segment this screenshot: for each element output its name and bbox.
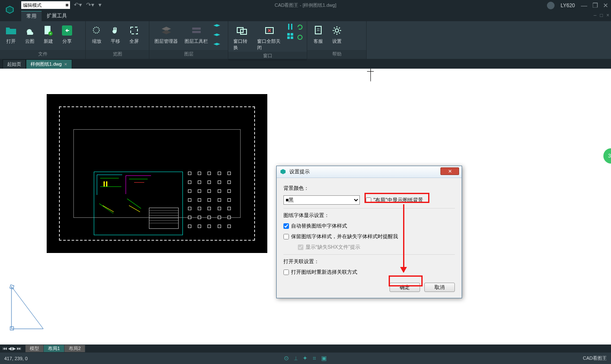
redo-icon[interactable]: ↷▾ xyxy=(86,1,94,8)
window-switch-icon xyxy=(236,25,248,36)
ucs-icon xyxy=(9,284,45,331)
layer-manager-button[interactable]: 图层管理器 xyxy=(153,24,179,45)
share-icon xyxy=(61,25,73,36)
support-button[interactable]: 客服 xyxy=(311,24,326,45)
coords-readout: 417, 239, 0 xyxy=(4,356,28,361)
svg-rect-17 xyxy=(287,36,290,39)
cancel-button[interactable]: 取消 xyxy=(424,283,455,292)
svg-marker-24 xyxy=(280,169,286,174)
app-logo xyxy=(0,0,19,19)
username: LY620 xyxy=(561,3,575,8)
layer-stack-icon-1[interactable] xyxy=(213,24,221,31)
mdi-min-icon[interactable]: – xyxy=(594,12,597,18)
svg-point-19 xyxy=(298,35,302,39)
group-view-label: 览图 xyxy=(86,50,149,59)
new-button[interactable]: +新建 xyxy=(41,24,56,45)
tab-layout1[interactable]: 布局1 xyxy=(44,345,64,352)
chk-shx-hint: 显示“缺失SHX文件”提示 xyxy=(298,244,455,251)
layer-toolbar-button[interactable]: 图层工具栏 xyxy=(183,24,210,45)
share-button[interactable]: 分享 xyxy=(59,24,75,45)
chk-assoc[interactable]: 打开图纸时重新选择关联方式 xyxy=(283,269,455,276)
new-file-icon: + xyxy=(42,25,54,36)
svg-rect-22 xyxy=(10,327,14,330)
svg-rect-9 xyxy=(192,31,201,33)
layout-next-icon[interactable]: ▶ xyxy=(12,346,16,351)
track-icon[interactable]: ⌗ xyxy=(313,355,316,362)
svg-text:+: + xyxy=(50,32,52,36)
svg-rect-20 xyxy=(315,26,321,34)
mode-caret-icon xyxy=(66,4,68,6)
fullscreen-button[interactable]: 全屏 xyxy=(126,24,142,45)
svg-point-6 xyxy=(93,27,99,33)
start-tab[interactable]: 起始页 xyxy=(3,59,26,69)
svg-rect-8 xyxy=(192,28,201,30)
ok-button[interactable]: 确定 xyxy=(390,283,420,292)
svg-rect-16 xyxy=(291,33,293,36)
bg-color-select[interactable]: ■黑 xyxy=(283,195,360,205)
chk-layout-bg[interactable]: "布局"中显示图纸背景 xyxy=(366,197,423,204)
snap-icon[interactable]: ⊙ xyxy=(284,355,289,362)
maximize-icon[interactable]: ❐ xyxy=(592,2,598,9)
bg-color-label: 背景颜色： xyxy=(283,185,455,192)
cursor-mark xyxy=(370,69,371,81)
extent-icon[interactable]: ▣ xyxy=(321,355,327,362)
close-all-button[interactable]: 窗口全部关闭 xyxy=(255,24,284,52)
close-all-icon xyxy=(263,25,275,36)
tab-close-icon[interactable]: ✕ xyxy=(64,62,67,67)
menu-tab-ext[interactable]: 扩展工具 xyxy=(42,11,72,21)
svg-rect-7 xyxy=(131,27,137,34)
tab-layout2[interactable]: 布局2 xyxy=(64,345,85,352)
pan-button[interactable]: 平移 xyxy=(108,24,123,45)
chk-keep-font[interactable]: 保留图纸字体样式，并在缺失字体样式时提醒我 xyxy=(283,233,455,240)
mdi-restore-icon[interactable]: □ xyxy=(600,12,603,18)
assoc-section-label: 打开关联设置： xyxy=(283,258,455,265)
refresh-icon[interactable] xyxy=(297,24,303,32)
active-doc-tab[interactable]: 样例图纸1.dwg✕ xyxy=(26,59,72,69)
open-button[interactable]: 打开 xyxy=(3,24,19,45)
zoom-button[interactable]: 缩放 xyxy=(89,24,104,45)
menu-tab-common[interactable]: 常用 xyxy=(21,11,42,21)
dialog-icon xyxy=(280,169,287,175)
ortho-icon[interactable]: ⟂ xyxy=(294,355,297,362)
support-icon xyxy=(312,25,324,36)
chk-auto-font[interactable]: 自动替换图纸中字体样式 xyxy=(283,222,455,230)
badge-count[interactable]: 33 xyxy=(603,148,611,164)
mode-select[interactable]: 编辑模式 xyxy=(21,1,70,9)
undo-icon[interactable]: ↶▾ xyxy=(74,1,82,8)
menubar: 常用 扩展工具 – □ × xyxy=(0,11,611,21)
group-window-label: 窗口 xyxy=(228,52,307,61)
layout-last-icon[interactable]: ⏭ xyxy=(17,346,21,351)
layout-first-icon[interactable]: ⏮ xyxy=(3,346,7,351)
minimize-icon[interactable]: — xyxy=(581,2,587,9)
polar-icon[interactable]: ✦ xyxy=(303,355,308,362)
regen-icon[interactable] xyxy=(297,34,303,42)
layer-stack-icon-2[interactable] xyxy=(213,33,221,41)
status-toggles: ⊙ ⟂ ✦ ⌗ ▣ xyxy=(284,355,327,362)
statusbar: 417, 239, 0 ⊙ ⟂ ✦ ⌗ ▣ CAD看图王 xyxy=(0,352,611,364)
drawing-canvas[interactable]: 33 设置提示 ✕ 背景颜色： ■黑 "布局"中显示图纸背景 图纸字体显示设置：… xyxy=(0,69,611,352)
user-avatar-icon[interactable] xyxy=(547,2,555,9)
close-icon[interactable]: ✕ xyxy=(603,2,608,9)
layer-stack-icon-3[interactable] xyxy=(213,42,221,50)
quick-access: ↶▾ ↷▾ ▾ xyxy=(74,1,101,8)
grid4-icon[interactable] xyxy=(287,33,293,41)
svg-rect-15 xyxy=(287,33,290,36)
layout-paper xyxy=(47,94,267,253)
window-mini-col2 xyxy=(297,24,303,42)
pan-icon xyxy=(109,25,121,36)
zoom-icon xyxy=(91,25,103,36)
dialog-close-button[interactable]: ✕ xyxy=(440,167,459,175)
settings-button[interactable]: 设置 xyxy=(329,24,345,45)
svg-rect-14 xyxy=(291,24,292,30)
annotation-arrow xyxy=(403,204,404,272)
cloud-icon xyxy=(24,25,36,36)
dialog-title: 设置提示 xyxy=(289,168,310,175)
tab-model[interactable]: 模型 xyxy=(25,345,44,352)
layout-prev-icon[interactable]: ◀ xyxy=(8,346,11,351)
qa-more-icon[interactable]: ▾ xyxy=(98,1,101,8)
cloud-button[interactable]: 云图 xyxy=(22,24,37,45)
window-switch-button[interactable]: 窗口转换 xyxy=(232,24,252,52)
mdi-close-icon[interactable]: × xyxy=(606,12,609,18)
pause-icon[interactable] xyxy=(287,24,293,31)
dialog-header[interactable]: 设置提示 ✕ xyxy=(277,166,462,178)
